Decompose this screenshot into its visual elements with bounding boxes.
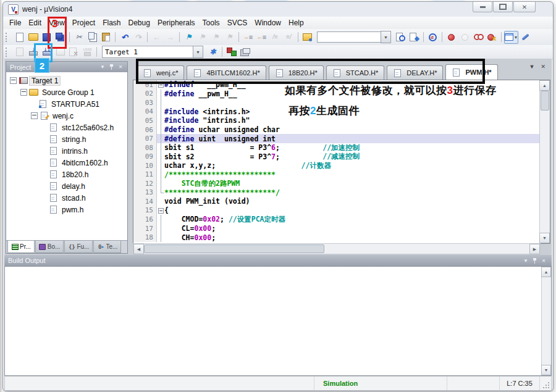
new-file-icon[interactable] (13, 31, 26, 43)
tree-item-delay-h[interactable]: delay.h (6, 180, 127, 192)
tree-item-startup-a51[interactable]: STARTUP.A51 (6, 98, 127, 110)
cut-icon[interactable] (72, 31, 85, 43)
navigate-forward-icon[interactable] (164, 31, 177, 43)
breakpoint-kill-all-icon[interactable] (486, 31, 499, 43)
open-file-icon[interactable] (27, 31, 40, 43)
navigate-back-icon[interactable] (150, 31, 163, 43)
bookmark-clear-icon[interactable] (223, 31, 236, 43)
restore-button[interactable] (493, 2, 513, 12)
scroll-up-icon[interactable]: ▲ (539, 80, 550, 91)
panel-tab-fu[interactable]: Fu... (64, 241, 93, 253)
tree-expander-icon[interactable] (31, 112, 38, 119)
pin-icon[interactable] (533, 258, 536, 264)
pin-icon[interactable] (110, 64, 113, 70)
redo-icon[interactable] (132, 31, 145, 43)
tree-item-stcad-h[interactable]: stcad.h (6, 192, 127, 204)
tree-item-stc12c5a60s2-h[interactable]: stc12c5a60s2.h (6, 122, 127, 133)
panel-menu-icon[interactable]: ▼ (521, 258, 530, 264)
scroll-right-icon[interactable]: ▶ (529, 244, 540, 254)
menu-svcs[interactable]: SVCS (224, 17, 251, 28)
resize-grip[interactable] (540, 377, 551, 390)
bookmark-next-icon[interactable] (196, 31, 209, 43)
panel-tab-bo[interactable]: Bo... (35, 241, 64, 253)
undo-icon[interactable] (118, 31, 131, 43)
editor-horizontal-scrollbar[interactable]: ◀ ▶ (133, 243, 541, 254)
panel-menu-icon[interactable]: ▼ (98, 64, 107, 70)
panel-close-icon[interactable]: ✕ (539, 258, 548, 264)
minimize-button[interactable] (473, 2, 492, 12)
download-icon[interactable] (81, 46, 94, 58)
debug-session-icon[interactable] (408, 31, 421, 43)
code-text: CL=0x00; (164, 224, 540, 233)
paste-icon[interactable] (99, 31, 112, 43)
comment-icon[interactable] (269, 31, 282, 43)
line-number: 04 (133, 107, 157, 117)
tree-item-18b20-h[interactable]: 18b20.h (6, 169, 127, 180)
search-dropdown-icon[interactable]: ▼ (381, 31, 391, 43)
window-layout-dropdown[interactable]: ▼ (504, 31, 518, 44)
tree-item-string-h[interactable]: string.h (6, 133, 127, 145)
tree-expander-icon[interactable] (10, 77, 17, 84)
tree-expander-icon[interactable] (20, 89, 27, 96)
breakpoint-disable-icon[interactable] (458, 31, 471, 43)
menu-project[interactable]: Project (69, 17, 99, 28)
breakpoint-disable-all-icon[interactable] (472, 31, 485, 43)
manage-components-icon[interactable] (225, 46, 238, 58)
scroll-down-icon[interactable]: ▼ (539, 233, 550, 243)
build-output-scrollbar[interactable]: ▲ ▼ (541, 267, 551, 375)
tab-list-dropdown-icon[interactable]: ▼ (529, 64, 535, 70)
tree-item-4bitlcm1602-h[interactable]: 4bitlcm1602.h (6, 157, 127, 169)
scroll-down-icon[interactable]: ▼ (541, 365, 551, 375)
line-number: 05 (133, 116, 157, 125)
tree-item-target-1[interactable]: Target 1 (6, 75, 127, 86)
file-extensions-icon[interactable] (238, 46, 251, 58)
fold-marker-icon[interactable] (157, 206, 164, 215)
scroll-left-icon[interactable]: ◀ (133, 244, 144, 254)
toolbar-separator (423, 32, 424, 42)
close-button[interactable]: ✕ (513, 2, 536, 12)
toolbar-grip[interactable] (6, 33, 10, 42)
menu-edit[interactable]: Edit (25, 17, 45, 28)
menu-flash[interactable]: Flash (99, 17, 124, 28)
tree-item-intrins-h[interactable]: intrins.h (6, 145, 127, 157)
tree-item-pwm-h[interactable]: pwm.h (6, 204, 127, 215)
title-bar[interactable]: V wenj - µVision4 (3, 2, 553, 17)
tree-item-wenj-c[interactable]: wenj.c (6, 110, 127, 122)
target-select[interactable]: Target 1▼ (102, 46, 203, 57)
outdent-icon[interactable] (255, 31, 268, 43)
build-output-body[interactable]: ▲ ▼ (4, 266, 552, 376)
menu-tools[interactable]: Tools (199, 17, 224, 28)
fold-column (157, 215, 164, 224)
menu-window[interactable]: Window (251, 17, 285, 28)
translate-file-icon[interactable] (13, 46, 26, 58)
wrench-settings-icon[interactable] (519, 31, 532, 43)
copy-icon[interactable] (86, 31, 99, 43)
tab-close-icon[interactable]: ✕ (541, 64, 545, 70)
uncomment-icon[interactable] (282, 31, 295, 43)
menu-file[interactable]: File (6, 17, 25, 28)
panel-close-icon[interactable]: ✕ (116, 64, 125, 70)
stop-build-icon[interactable] (67, 46, 80, 58)
bookmark-prev-icon[interactable] (209, 31, 222, 43)
menu-peripherals[interactable]: Peripherals (154, 17, 199, 28)
editor-vertical-scrollbar[interactable]: ▲ ▼ (539, 80, 550, 243)
panel-tab-pr[interactable]: Pr... (7, 241, 35, 253)
target-dropdown-icon[interactable]: ▼ (193, 46, 203, 58)
menu-help[interactable]: Help (285, 17, 308, 28)
target-options-icon[interactable] (206, 46, 219, 58)
panel-tab-te[interactable]: Te... (93, 241, 121, 253)
search-input[interactable] (317, 31, 381, 43)
configure-tools-icon[interactable] (301, 31, 314, 43)
scrollbar-thumb[interactable] (144, 244, 324, 253)
find-in-files-icon[interactable] (394, 31, 407, 43)
bookmark-toggle-icon[interactable] (182, 31, 195, 43)
indent-icon[interactable] (242, 31, 255, 43)
menu-debug[interactable]: Debug (125, 17, 154, 28)
scroll-up-icon[interactable]: ▲ (541, 267, 551, 277)
tree-item-source-group-1[interactable]: Source Group 1 (6, 86, 127, 98)
breakpoint-toggle-icon[interactable] (445, 31, 458, 43)
toolbar-grip[interactable] (6, 48, 10, 57)
scrollbar-thumb[interactable] (541, 91, 549, 111)
code-text: sbit s2 = P3^7; //减速控制 (164, 152, 540, 161)
code-coverage-icon[interactable] (426, 31, 439, 43)
